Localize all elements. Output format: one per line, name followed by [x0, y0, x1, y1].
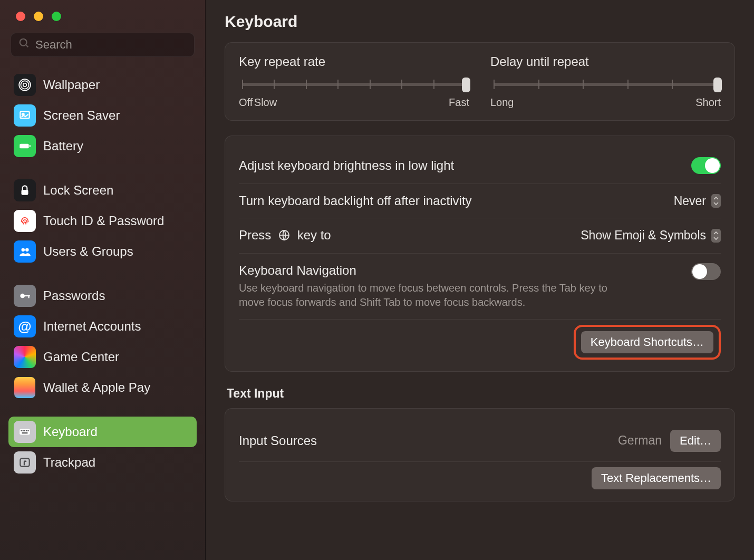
svg-rect-19 — [26, 430, 27, 431]
svg-rect-7 — [20, 144, 28, 149]
svg-point-0 — [20, 39, 27, 46]
sidebar-item-touch-id[interactable]: Touch ID & Password — [8, 206, 197, 236]
key-repeat-rate-slider[interactable] — [242, 83, 466, 86]
brightness-label: Adjust keyboard brightness in low light — [239, 158, 454, 173]
svg-rect-17 — [23, 430, 24, 431]
wallpaper-icon — [14, 74, 36, 96]
text-input-heading: Text Input — [227, 387, 733, 401]
slider-label-long: Long — [490, 96, 514, 109]
slider-thumb[interactable] — [713, 78, 722, 92]
repeat-sliders-panel: Key repeat rate Off Slow Fast Delay unti… — [225, 42, 735, 121]
screen-saver-icon — [14, 104, 36, 127]
brightness-toggle[interactable] — [691, 157, 721, 174]
sidebar-item-label: Internet Accounts — [43, 319, 141, 334]
input-sources-edit-button[interactable]: Edit… — [670, 430, 721, 452]
sidebar-item-wallet[interactable]: Wallet & Apple Pay — [8, 372, 197, 403]
backlight-row: Turn keyboard backlight off after inacti… — [239, 184, 721, 218]
slider-label-fast: Fast — [449, 96, 469, 109]
trackpad-icon — [14, 451, 36, 474]
sidebar-item-label: Wallpaper — [43, 78, 100, 92]
sidebar-item-label: Users & Groups — [43, 244, 133, 259]
svg-rect-15 — [20, 429, 30, 435]
sidebar-item-users-groups[interactable]: Users & Groups — [8, 236, 197, 267]
wallet-icon — [14, 376, 36, 399]
sidebar-item-label: Keyboard — [43, 424, 98, 439]
sidebar-item-label: Screen Saver — [43, 108, 120, 123]
search-input[interactable] — [35, 38, 187, 52]
text-input-panel: Input Sources German Edit… Text Replacem… — [225, 408, 735, 501]
keyboard-nav-toggle[interactable] — [691, 263, 721, 280]
keyboard-settings-panel: Adjust keyboard brightness in low light … — [225, 136, 735, 372]
svg-rect-16 — [21, 430, 22, 431]
sidebar: Wallpaper Screen Saver Battery Lock Scre… — [0, 0, 206, 560]
svg-rect-21 — [22, 432, 28, 433]
sidebar-item-label: Game Center — [43, 350, 119, 364]
svg-rect-20 — [27, 430, 28, 431]
lock-icon — [14, 179, 36, 201]
backlight-popup[interactable]: Never — [674, 194, 721, 208]
sidebar-item-screen-saver[interactable]: Screen Saver — [8, 100, 197, 131]
zoom-window-button[interactable] — [52, 12, 61, 21]
slider-label-short: Short — [695, 96, 721, 109]
keyboard-icon — [14, 421, 36, 443]
key-icon — [14, 285, 36, 307]
backlight-value: Never — [674, 194, 706, 208]
keyboard-nav-help: Use keyboard navigation to move focus be… — [239, 281, 618, 310]
svg-point-3 — [21, 81, 28, 89]
search-field[interactable] — [11, 33, 195, 57]
slider-thumb[interactable] — [462, 78, 470, 92]
main-content: Keyboard Key repeat rate Off Slow Fast D… — [206, 0, 754, 560]
backlight-label: Turn keyboard backlight off after inacti… — [239, 194, 472, 208]
svg-rect-14 — [28, 295, 30, 298]
svg-point-12 — [20, 294, 25, 298]
window-controls — [0, 0, 205, 33]
input-sources-label: Input Sources — [239, 433, 317, 448]
users-icon — [14, 240, 36, 263]
svg-rect-8 — [30, 145, 31, 147]
delay-until-repeat-label: Delay until repeat — [490, 54, 721, 69]
svg-rect-18 — [24, 430, 25, 431]
page-title: Keyboard — [225, 13, 735, 31]
globe-key-value: Show Emoji & Symbols — [581, 228, 706, 243]
text-replacements-button[interactable]: Text Replacements… — [592, 467, 721, 489]
sidebar-item-passwords[interactable]: Passwords — [8, 281, 197, 311]
globe-key-row: Press key to Show Emoji & Symbols — [239, 218, 721, 254]
svg-line-1 — [26, 45, 28, 47]
sidebar-item-wallpaper[interactable]: Wallpaper — [8, 70, 197, 100]
globe-key-label: Press key to — [239, 228, 331, 244]
sidebar-item-label: Lock Screen — [43, 183, 113, 198]
sidebar-item-label: Touch ID & Password — [43, 214, 164, 228]
svg-rect-9 — [22, 190, 28, 195]
keyboard-shortcuts-highlight: Keyboard Shortcuts… — [574, 325, 721, 360]
key-repeat-rate-label: Key repeat rate — [239, 54, 469, 69]
chevron-up-down-icon — [711, 194, 721, 208]
slider-label-slow: Slow — [254, 96, 277, 109]
sidebar-item-lock-screen[interactable]: Lock Screen — [8, 175, 197, 206]
input-sources-row: Input Sources German Edit… — [239, 420, 721, 462]
sidebar-item-label: Passwords — [43, 288, 105, 303]
sidebar-item-game-center[interactable]: Game Center — [8, 342, 197, 372]
svg-point-11 — [25, 248, 29, 252]
fingerprint-icon — [14, 210, 36, 232]
keyboard-nav-row: Keyboard Navigation Use keyboard navigat… — [239, 254, 721, 320]
sidebar-item-battery[interactable]: Battery — [8, 131, 197, 161]
sidebar-item-trackpad[interactable]: Trackpad — [8, 447, 197, 478]
sidebar-item-label: Battery — [43, 139, 83, 153]
chevron-up-down-icon — [711, 229, 721, 243]
delay-until-repeat-slider[interactable] — [494, 83, 718, 86]
globe-icon — [278, 229, 291, 242]
keyboard-shortcuts-button[interactable]: Keyboard Shortcuts… — [581, 331, 713, 353]
delay-until-repeat-block: Delay until repeat Long Short — [490, 54, 721, 109]
battery-icon — [14, 135, 36, 157]
close-window-button[interactable] — [16, 12, 25, 21]
sidebar-item-keyboard[interactable]: Keyboard — [8, 417, 197, 447]
sidebar-item-label: Wallet & Apple Pay — [43, 380, 150, 395]
search-icon — [18, 37, 35, 52]
sidebar-nav: Wallpaper Screen Saver Battery Lock Scre… — [0, 66, 205, 560]
globe-key-popup[interactable]: Show Emoji & Symbols — [581, 228, 721, 243]
minimize-window-button[interactable] — [34, 12, 43, 21]
game-center-icon — [14, 346, 36, 368]
svg-point-10 — [22, 248, 25, 252]
sidebar-item-internet-accounts[interactable]: @ Internet Accounts — [8, 311, 197, 342]
at-icon: @ — [14, 315, 36, 337]
